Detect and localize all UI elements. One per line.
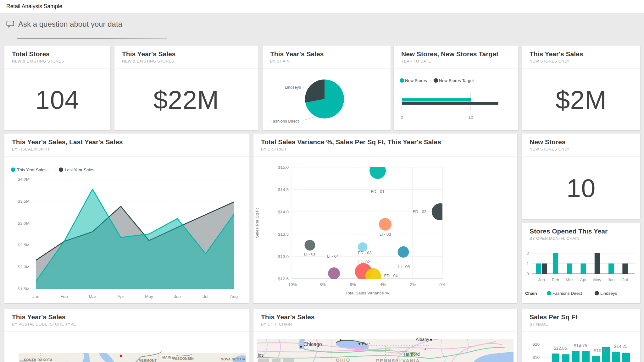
- tile-this-year-sales[interactable]: This Year's Sales NEW & EXISTING STORES …: [114, 46, 258, 130]
- bubble-li-01[interactable]: [304, 240, 315, 251]
- tile-subtitle: NEW STORES ONLY: [530, 147, 633, 151]
- column-mar-fashions-direct[interactable]: [567, 264, 572, 274]
- tile-sales-by-fiscal-month[interactable]: This Year's Sales, Last Year's Sales BY …: [4, 134, 249, 303]
- chart-text: -6%: [348, 282, 356, 287]
- bar-store-3[interactable]: [572, 351, 580, 362]
- tile-title: This Year's Sales: [530, 50, 633, 58]
- bar-new-stores[interactable]: [402, 98, 471, 101]
- tile-header: This Year's Sales NEW STORES ONLY: [522, 46, 640, 69]
- chart-text: $3.5M: [18, 199, 30, 204]
- pie-chart-svg: LindseysFashions Direct: [263, 69, 391, 130]
- road-map: Chicago Erie Hartford Albany OHIO PENNSY…: [253, 332, 517, 362]
- chart-text: $1.5M: [18, 287, 30, 291]
- legend-dot: [11, 167, 15, 172]
- chart-text: Lindseys: [285, 85, 301, 90]
- legend-dot: [59, 167, 63, 172]
- tile-subtitle: NEW & EXISTING STORES: [122, 59, 250, 63]
- tile-stores-opened[interactable]: Stores Opened This Year BY OPEN MONTH, C…: [522, 223, 640, 303]
- pie-chart: LindseysFashions Direct: [263, 69, 391, 130]
- chart-text: LI - 05: [398, 264, 410, 269]
- state-label: PENNSYLVANIA: [376, 358, 420, 362]
- tile-header: Total Stores NEW & EXISTING STORES: [4, 46, 110, 69]
- city-dot[interactable]: [430, 339, 432, 341]
- map-attribution-block: [283, 359, 294, 362]
- scatter-chart-svg: $15.0$14.5$14.0$13.5$13.0$12.5-10%-8%-6%…: [253, 157, 517, 303]
- tile-title: New Stores, New Stores Target: [401, 50, 511, 58]
- chart-text: Mar: [89, 294, 96, 299]
- chart-text: $4.0M: [18, 177, 30, 182]
- tile-subtitle: BY CHAIN: [270, 59, 383, 63]
- column-jan-lindseys[interactable]: [542, 264, 547, 274]
- bar-new-stores-target[interactable]: [402, 102, 498, 105]
- bar-store-5[interactable]: [592, 356, 600, 362]
- column-chart: 210JanFebMarAprMayJunJulChainFashions Di…: [522, 246, 640, 303]
- store-dot[interactable]: [120, 355, 122, 357]
- tile-sales-per-sqft[interactable]: Sales Per Sq Ft BY NAME $20$10$12.86$14.…: [522, 309, 640, 362]
- tile-title: Stores Opened This Year: [530, 228, 633, 235]
- top-bar: Retail Analysis Sample: [0, 0, 644, 13]
- column-jan-fashions-direct[interactable]: [536, 264, 541, 274]
- chart-text: May: [593, 277, 602, 282]
- city-dot-erie[interactable]: [358, 343, 360, 345]
- column-feb-fashions-direct[interactable]: [553, 253, 558, 274]
- tile-sales-by-chain[interactable]: This Year's Sales BY CHAIN LindseysFashi…: [263, 46, 391, 130]
- bar-store-4[interactable]: [582, 351, 590, 362]
- chart-text: LI - 02: [358, 260, 370, 264]
- column-chart-svg: 210JanFebMarAprMayJunJulChainFashions Di…: [522, 246, 640, 303]
- city-dot-orange[interactable]: [425, 348, 426, 350]
- chart-text: $14.5: [278, 187, 289, 192]
- chart-text: FD - 03: [358, 250, 371, 255]
- bullet-chart-svg: New StoresNew Stores Target010: [394, 69, 518, 130]
- tile-new-stores-target[interactable]: New Stores, New Stores Target YEAR TO DA…: [394, 46, 518, 130]
- tile-new-stores-count[interactable]: New Stores NEW STORES ONLY 10: [522, 134, 640, 219]
- tile-sales-by-city-map[interactable]: This Year's Sales BY CITY, CHAIN: [253, 309, 517, 362]
- column-may-lindseys[interactable]: [595, 253, 600, 274]
- column-jul-lindseys[interactable]: [622, 264, 628, 274]
- area-chart: $4.0M$3.5M$3.0M$2.5M$2.0M$1.5MJanFebMarA…: [4, 157, 249, 303]
- callout-line: [303, 116, 317, 120]
- bubble-li-03[interactable]: [379, 218, 391, 231]
- bubble-fd-02[interactable]: [432, 203, 449, 220]
- tile-this-year-sales-new-stores[interactable]: This Year's Sales NEW STORES ONLY $2M: [522, 46, 640, 130]
- tile-sales-by-postal-map[interactable]: This Year's Sales BY POSTAL CODE, STORE …: [4, 309, 249, 362]
- city-dot-chicago[interactable]: [300, 346, 302, 348]
- tile-subtitle: BY OPEN MONTH, CHAIN: [530, 236, 633, 241]
- city-dot[interactable]: [340, 339, 341, 341]
- chart-text: 0: [401, 115, 403, 120]
- bubble-li-04[interactable]: [328, 267, 340, 279]
- bar-store-8[interactable]: [622, 353, 630, 362]
- pie-slice-lindseys[interactable]: [305, 80, 325, 103]
- chart-text: $12.86: [554, 346, 567, 351]
- chart-text: Fashions Direct: [552, 291, 582, 296]
- bar-store-7[interactable]: [612, 352, 620, 362]
- chart-text: -4%: [378, 282, 386, 287]
- chart-text: 0: [526, 272, 529, 276]
- tile-header: New Stores NEW STORES ONLY: [522, 134, 640, 157]
- legend-dot: [595, 291, 599, 295]
- chart-text: LI - 04: [327, 254, 339, 259]
- chart-text: Jun: [174, 294, 181, 299]
- bar-store-1[interactable]: [552, 354, 559, 362]
- tile-title: Sales Per Sq Ft: [530, 313, 633, 321]
- bubble-fd-01[interactable]: [369, 162, 386, 179]
- tile-total-stores[interactable]: Total Stores NEW & EXISTING STORES 104: [4, 46, 110, 130]
- tile-header: This Year's Sales NEW & EXISTING STORES: [114, 46, 258, 69]
- chart-text: 2: [526, 251, 529, 256]
- column-jun-fashions-direct[interactable]: [608, 264, 614, 274]
- qna-input-underline[interactable]: [17, 38, 167, 39]
- tile-variance-scatter[interactable]: Total Sales Variance %, Sales Per Sq Ft,…: [253, 134, 517, 303]
- chart-text: Feb: [60, 294, 68, 299]
- tile-header: This Year's Sales BY CHAIN: [263, 46, 391, 69]
- tile-header: Total Sales Variance %, Sales Per Sq Ft,…: [253, 134, 517, 157]
- legend-dot: [547, 291, 551, 295]
- qna-bar[interactable]: Ask a question about your data: [6, 19, 122, 30]
- bar-store-2[interactable]: [562, 354, 569, 362]
- chart-text: Jul: [622, 277, 628, 282]
- chart-text: $12.5: [278, 277, 289, 281]
- chart-text: Apr: [117, 294, 124, 299]
- column-apr-fashions-direct[interactable]: [581, 264, 586, 274]
- state-label: NOVA SCOTIA: [221, 357, 245, 361]
- bubble-fd-04[interactable]: [365, 268, 381, 284]
- tile-title: This Year's Sales: [122, 50, 250, 58]
- bubble-li-05[interactable]: [397, 246, 409, 258]
